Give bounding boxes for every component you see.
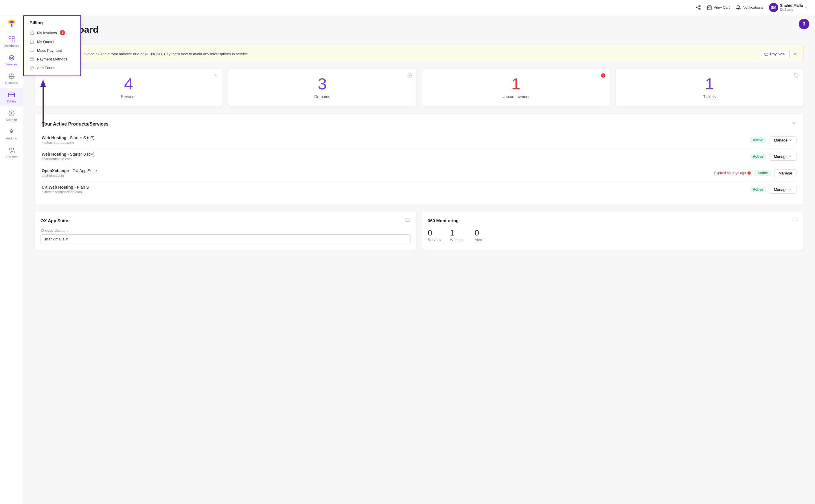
ox-widget-title: OX App Suite	[41, 218, 68, 223]
sidebar-item-support-label: Support	[6, 118, 17, 122]
app-body: Dashboard Services Domains Billing Suppo…	[0, 15, 815, 504]
domain-select[interactable]: shahidmalla.in	[41, 234, 411, 244]
manage-button-4[interactable]: Manage	[770, 186, 796, 194]
sliders-icon	[791, 121, 796, 126]
service-row-3: OpenXchange - OX App Suite shahidmalla.i…	[42, 165, 796, 181]
svg-point-1	[696, 7, 698, 8]
stat-number-unpaid: 1	[429, 76, 603, 92]
stat-label-domains: Domains	[235, 94, 409, 99]
sidebar: Dashboard Services Domains Billing Suppo…	[0, 15, 23, 504]
stat-label-tickets: Tickets	[623, 94, 796, 99]
sidebar-item-affiliates[interactable]: Affiliates	[0, 144, 23, 162]
svg-rect-51	[793, 218, 797, 221]
mon-stat-servers: 0 Servers	[428, 228, 441, 242]
svg-rect-8	[11, 24, 12, 27]
billing-mass-payment[interactable]: Mass Payment	[24, 46, 80, 55]
ox-app-suite-widget: OX App Suite Choose Domain: shahidmalla.…	[35, 211, 416, 250]
manage-button-1[interactable]: Manage	[770, 136, 796, 144]
user-menu[interactable]: SM Shahid Malla ElySpace	[769, 3, 808, 12]
stat-card-tickets: 1 Tickets	[616, 69, 803, 106]
svg-line-3	[698, 8, 699, 9]
service-right-3: Expired 56 days ago Active Manage	[714, 169, 796, 177]
service-name-4: UK Web Hosting - Plan S	[42, 185, 89, 190]
mass-payment-icon	[30, 48, 34, 53]
view-cart-button[interactable]: View Cart	[707, 5, 730, 10]
mon-number-alerts: 0	[475, 228, 484, 238]
monitor-icon	[792, 217, 798, 222]
svg-point-13	[11, 57, 12, 59]
top-navigation: View Cart Notifications SM Shahid Malla …	[0, 0, 815, 15]
active-services-section: Your Active Products/Services Web Hostin…	[35, 114, 803, 205]
manage-button-2[interactable]: Manage	[770, 153, 796, 161]
stat-number-services: 4	[42, 76, 216, 92]
svg-point-14	[9, 56, 14, 60]
service-status-1: Active	[750, 137, 766, 143]
services-section-title: Your Active Products/Services	[42, 122, 108, 127]
svg-rect-35	[765, 53, 768, 55]
service-info-4: UK Web Hosting - Plan S allhostingcompar…	[42, 185, 89, 194]
svg-marker-31	[40, 80, 46, 87]
services-filter-icon[interactable]	[791, 121, 796, 127]
billing-my-invoices[interactable]: My Invoices 1	[24, 28, 80, 37]
wallet-icon	[764, 52, 768, 56]
svg-point-0	[699, 5, 700, 7]
manage-button-3[interactable]: Manage	[774, 169, 796, 177]
sidebar-item-domains-label: Domains	[5, 81, 18, 84]
view-cart-label: View Cart	[714, 5, 730, 10]
service-status-4: Active	[750, 187, 766, 192]
stat-label-unpaid: Unpaid Invoices	[429, 94, 603, 99]
support-icon	[8, 110, 15, 117]
my-invoices-label: My Invoices	[37, 31, 57, 35]
logo[interactable]	[0, 15, 23, 32]
arrow-up-icon	[39, 78, 47, 130]
add-funds-label: Add Funds	[37, 66, 55, 70]
svg-rect-23	[30, 49, 34, 51]
mon-number-websites: 1	[450, 228, 465, 238]
sidebar-item-addons-label: Addons	[6, 137, 17, 140]
billing-my-quotes[interactable]: My Quotes	[24, 37, 80, 46]
bottom-grid: OX App Suite Choose Domain: shahidmalla.…	[35, 211, 803, 250]
user-name: Shahid Malla	[780, 3, 803, 8]
services-section-header: Your Active Products/Services	[42, 121, 796, 127]
service-row-2: Web Hosting - Starter S (cP) shaheentext…	[42, 148, 796, 165]
dashboard-icon	[8, 36, 15, 43]
sidebar-item-dashboard-label: Dashboard	[4, 44, 19, 47]
sidebar-item-domains[interactable]: Domains	[0, 69, 23, 88]
monitoring-stats: 0 Servers 1 Websites 0 Alerts	[428, 228, 798, 242]
svg-point-50	[749, 174, 749, 174]
stat-icon-domains	[407, 73, 412, 79]
mon-label-servers: Servers	[428, 238, 441, 242]
pay-now-button[interactable]: Pay Now	[760, 50, 790, 58]
svg-line-4	[698, 6, 699, 7]
services-icon	[8, 54, 15, 61]
svg-point-43	[603, 76, 604, 77]
mon-stat-websites: 1 Websites	[450, 228, 465, 242]
billing-payment-methods[interactable]: Payment Methods	[24, 55, 80, 63]
sidebar-item-services[interactable]: Services	[0, 51, 23, 69]
my-quotes-label: My Quotes	[37, 40, 55, 44]
notifications-button[interactable]: Notifications	[736, 5, 763, 10]
billing-add-funds[interactable]: Add Funds	[24, 63, 80, 72]
globe-icon	[407, 73, 412, 78]
share-button[interactable]	[696, 5, 701, 10]
service-row-1: Web Hosting - Starter S (cP) kashmirstar…	[42, 132, 796, 148]
svg-rect-25	[30, 58, 34, 60]
alert-close-button[interactable]: ✕	[793, 51, 797, 57]
corner-badge: 3	[799, 19, 809, 29]
sidebar-item-billing[interactable]: Billing	[0, 88, 23, 106]
svg-point-7	[9, 21, 14, 23]
service-name-3: OpenXchange - OX App Suite	[42, 168, 97, 173]
sidebar-item-addons[interactable]: Addons	[0, 125, 23, 144]
mon-label-alerts: Alerts	[475, 238, 484, 242]
monitoring-widget: 360 Monitoring 0 Servers 1 Websites	[422, 211, 804, 250]
service-info-1: Web Hosting - Starter S (cP) kashmirstar…	[42, 135, 95, 145]
sidebar-item-support[interactable]: Support	[0, 106, 23, 125]
mon-label-websites: Websites	[450, 238, 465, 242]
stat-number-domains: 3	[235, 76, 409, 92]
sidebar-item-dashboard[interactable]: Dashboard	[0, 32, 23, 51]
svg-point-2	[699, 8, 700, 10]
notifications-label: Notifications	[743, 5, 763, 10]
payment-methods-label: Payment Methods	[37, 57, 67, 61]
service-domain-4: allhostingcomparison.com	[42, 190, 89, 194]
invoices-badge: 1	[60, 30, 65, 35]
